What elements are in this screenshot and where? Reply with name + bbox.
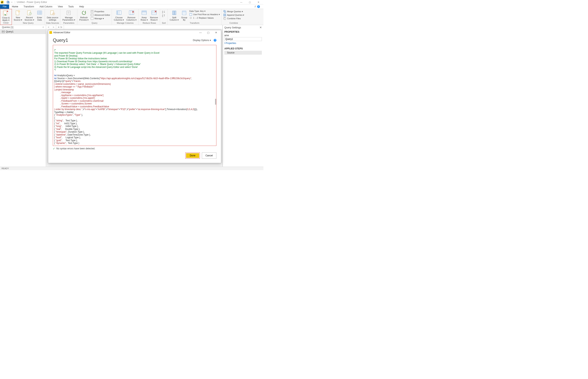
save-icon[interactable]: [6, 0, 10, 4]
svg-rect-11: [38, 11, 42, 14]
scrollbar-thumb[interactable]: [215, 99, 216, 105]
group-label-datasources: Data Sources: [45, 22, 60, 25]
new-source-icon: ✷: [15, 10, 21, 16]
syntax-text: No syntax errors have been detected.: [56, 147, 95, 150]
ribbon-group-query: RefreshPreview ▾ Properties Advanced Edi…: [77, 9, 112, 25]
dialog-heading: Query1: [53, 37, 68, 43]
svg-text:Z: Z: [162, 12, 163, 13]
choose-columns-button[interactable]: ChooseColumns ▾: [113, 9, 125, 21]
dialog-close-button[interactable]: ✕: [212, 31, 220, 34]
queries-header-label: Queries [1]: [2, 26, 14, 29]
dialog-help-icon[interactable]: ?: [214, 39, 216, 42]
enter-data-button[interactable]: EnterData: [35, 9, 44, 21]
properties-icon: [90, 10, 94, 13]
tab-transform[interactable]: Transform: [21, 4, 37, 9]
new-source-button[interactable]: ✷ NewSource ▾: [13, 9, 24, 21]
display-options-button[interactable]: Display Options ▾: [193, 39, 211, 42]
ribbon-group-manage-columns: ChooseColumns ▾ RemoveColumns ▾ Manage C…: [112, 9, 139, 25]
tab-view[interactable]: View: [55, 4, 66, 9]
split-column-button[interactable]: SplitColumn ▾: [168, 9, 180, 21]
group-label-newquery: New Query: [12, 22, 45, 25]
chevron-up-icon: ᐱ: [254, 5, 256, 8]
replace-values-button[interactable]: 1→2 Replace Values: [189, 16, 220, 20]
manage-query-button[interactable]: Manage ▾: [90, 17, 111, 20]
check-icon: ✓: [53, 147, 55, 150]
svg-rect-27: [91, 17, 93, 20]
cancel-button[interactable]: Cancel: [202, 152, 216, 159]
query-item[interactable]: ABC Query1: [0, 29, 46, 34]
settings-title: Query Settings: [224, 26, 241, 29]
fx-icon: fx: [60, 26, 62, 29]
remove-rows-button[interactable]: RemoveRows ▾: [149, 9, 159, 21]
remove-columns-button[interactable]: RemoveColumns ▾: [125, 9, 137, 21]
status-text: READY: [1, 167, 9, 170]
keep-rows-button[interactable]: KeepRows ▾: [139, 9, 149, 21]
refresh-icon: [81, 10, 87, 16]
tab-help[interactable]: Help: [76, 4, 87, 9]
append-queries-button[interactable]: Append Queries ▾: [222, 13, 245, 17]
svg-rect-0: [1, 2, 1, 3]
group-label-combine: Combine: [222, 22, 246, 25]
tab-add-column[interactable]: Add Column: [37, 4, 55, 9]
ribbon-group-close: Close & Apply ▾ Close: [0, 9, 12, 25]
dialog-minimize-button[interactable]: —: [197, 31, 204, 34]
ribbon-collapse[interactable]: ᐱ?: [254, 4, 264, 9]
close-apply-button[interactable]: Close & Apply ▾: [1, 10, 11, 22]
chevron-right-icon[interactable]: >: [53, 26, 54, 29]
fx-button[interactable]: ✕fx: [56, 25, 64, 29]
maximize-button[interactable]: ▢: [246, 0, 254, 4]
code-editor[interactable]: /* The exported Power Query Formula Lang…: [53, 45, 216, 146]
manage-icon: [90, 17, 94, 20]
svg-rect-26: [91, 14, 93, 16]
close-settings-button[interactable]: ✕: [260, 26, 262, 29]
dialog-maximize-button[interactable]: ▢: [204, 31, 212, 34]
group-by-button[interactable]: GroupBy: [180, 9, 189, 21]
tab-tools[interactable]: Tools: [65, 4, 76, 9]
sort-asc-button[interactable]: AZ: [162, 10, 165, 13]
recent-sources-button[interactable]: RecentSources ▾: [23, 9, 35, 21]
close-button[interactable]: ✕: [254, 0, 263, 4]
done-highlight: Done: [185, 152, 200, 159]
data-type-button[interactable]: Data Type: Any ▾: [189, 10, 220, 13]
applied-steps-heading: APPLIED STEPS: [224, 47, 262, 50]
svg-rect-1: [2, 1, 2, 3]
applied-step-source[interactable]: Source: [224, 51, 262, 55]
window-title: Untitled - Power Query Editor: [17, 1, 47, 3]
data-source-settings-icon: [50, 10, 56, 16]
merge-queries-button[interactable]: Merge Queries ▾: [222, 10, 245, 13]
split-column-icon: [171, 10, 177, 16]
advanced-editor-button[interactable]: Advanced Editor: [90, 13, 111, 17]
done-button[interactable]: Done: [186, 153, 199, 158]
svg-rect-19: [67, 11, 70, 15]
all-properties-link[interactable]: l Properties: [224, 42, 236, 45]
minimize-button[interactable]: —: [237, 0, 246, 4]
group-label-close: Close: [0, 22, 12, 25]
svg-text:✷: ✷: [18, 11, 20, 12]
name-label: ame: [224, 34, 262, 37]
sort-desc-button[interactable]: ZA: [162, 14, 165, 17]
svg-rect-2: [2, 1, 3, 3]
combine-files-button[interactable]: Combine Files: [222, 17, 245, 20]
append-icon: [223, 14, 226, 16]
qat-separator: |: [5, 1, 5, 3]
qat-dropdown-icon[interactable]: ▾: [10, 0, 14, 4]
manage-parameters-button[interactable]: ManageParameters ▾: [61, 9, 76, 21]
ribbon-group-reduce-rows: KeepRows ▾ RemoveRows ▾ Reduce Rows: [139, 9, 160, 25]
chevron-left-icon[interactable]: <: [48, 26, 49, 29]
cancel-icon: ✕: [58, 26, 60, 29]
tab-file[interactable]: File: [0, 4, 9, 9]
group-label-reduce-rows: Reduce Rows: [139, 22, 160, 25]
refresh-preview-button[interactable]: RefreshPreview ▾: [78, 9, 90, 21]
data-source-settings-button[interactable]: Data sourcesettings: [46, 9, 59, 21]
replace-icon: [189, 16, 192, 19]
tab-home[interactable]: Home: [9, 4, 21, 9]
help-icon[interactable]: ?: [257, 5, 260, 8]
properties-button[interactable]: Properties: [90, 10, 111, 13]
query-settings-pane: Query Settings ✕ PROPERTIES ame l Proper…: [223, 25, 264, 167]
combine-files-icon: [223, 17, 226, 20]
formula-input[interactable]: [64, 25, 222, 29]
query-name-input[interactable]: [224, 37, 262, 41]
dialog-buttons: Done Cancel: [53, 151, 216, 161]
chevron-left-icon[interactable]: <: [43, 26, 44, 29]
first-row-headers-button[interactable]: Use First Row as Headers ▾: [189, 13, 220, 16]
